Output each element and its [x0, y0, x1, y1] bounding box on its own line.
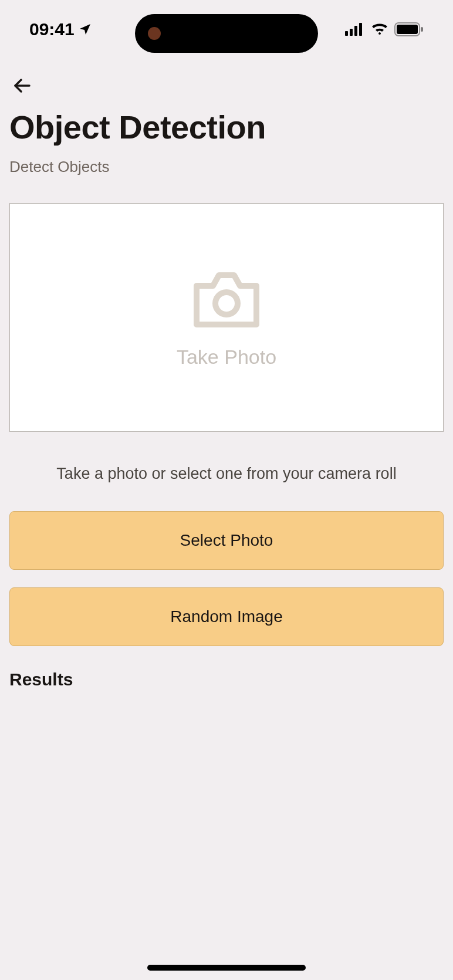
battery-icon	[394, 22, 424, 36]
status-indicators	[345, 22, 424, 36]
wifi-icon	[371, 23, 388, 36]
photo-placeholder-text: Take Photo	[177, 346, 276, 369]
cellular-signal-icon	[345, 23, 365, 36]
dynamic-island	[135, 14, 318, 53]
status-time: 09:41	[29, 19, 92, 39]
svg-rect-0	[345, 31, 348, 36]
select-photo-button[interactable]: Select Photo	[9, 511, 444, 570]
island-indicator-dot	[148, 27, 161, 40]
take-photo-area[interactable]: Take Photo	[9, 203, 444, 432]
home-indicator[interactable]	[147, 965, 306, 971]
svg-rect-1	[350, 29, 353, 36]
svg-rect-3	[359, 23, 362, 36]
camera-icon	[191, 267, 262, 330]
time-text: 09:41	[29, 19, 75, 39]
svg-rect-6	[421, 27, 423, 32]
arrow-left-icon	[12, 75, 33, 96]
location-arrow-icon	[78, 22, 92, 36]
results-heading: Results	[9, 670, 444, 690]
random-image-button[interactable]: Random Image	[9, 587, 444, 646]
page-subtitle: Detect Objects	[9, 158, 444, 176]
status-bar: 09:41	[0, 0, 453, 59]
page-title: Object Detection	[9, 108, 444, 146]
svg-rect-5	[397, 25, 418, 34]
svg-point-7	[215, 292, 238, 315]
instruction-text: Take a photo or select one from your cam…	[9, 465, 444, 483]
back-button[interactable]	[12, 72, 40, 100]
svg-rect-2	[354, 26, 357, 36]
